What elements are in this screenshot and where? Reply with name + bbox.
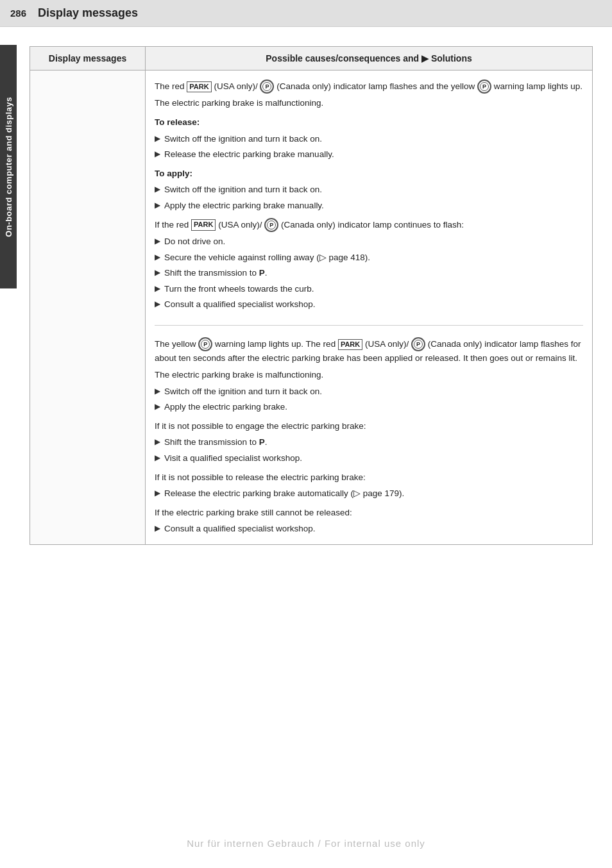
to-release-label: To release: [155, 115, 583, 129]
bullet-arrow: ▶ [155, 183, 160, 196]
bullet-arrow: ▶ [155, 522, 160, 535]
page-title: Display messages [38, 6, 138, 20]
section2-mid2: If it is not possible to release the ele… [155, 471, 583, 485]
section-2: The yellow P warning lamp lights up. The… [155, 337, 583, 536]
section1-intro: The red PARK (USA only)/ P (Canada only)… [155, 79, 583, 94]
bullet-item: ▶ Turn the front wheels towards the curb… [155, 282, 583, 296]
bullet-item: ▶ Switch off the ignition and turn it ba… [155, 183, 583, 197]
section2-line2: The electric parking brake is malfunctio… [155, 368, 583, 382]
bullet-item: ▶ Switch off the ignition and turn it ba… [155, 132, 583, 146]
bullet-text: Consult a qualified specialist workshop. [164, 297, 316, 312]
section1-midtext: If the red PARK (USA only)/ P (Canada on… [155, 218, 583, 232]
page-number: 286 [10, 8, 26, 19]
main-content: Display messages Possible causes/consequ… [17, 27, 612, 558]
bullet-item: ▶ Visit a qualified specialist workshop. [155, 451, 583, 465]
bullet-text: Consult a qualified specialist workshop. [164, 522, 316, 536]
p-badge-1: P [260, 79, 274, 94]
bullet-item: ▶ Do not drive on. [155, 235, 583, 249]
bullet-arrow: ▶ [155, 267, 160, 279]
section2-intro: The yellow P warning lamp lights up. The… [155, 337, 583, 365]
col1-header: Display messages [30, 47, 146, 71]
bullet-arrow: ▶ [155, 436, 160, 448]
bullet-arrow: ▶ [155, 148, 160, 160]
bullet-item: ▶ Release the electric parking brake man… [155, 147, 583, 162]
bullet-item: ▶ Consult a qualified specialist worksho… [155, 522, 583, 536]
p-badge-4-inner: P [201, 340, 210, 349]
section2-mid1: If it is not possible to engage the elec… [155, 419, 583, 433]
bullet-text: Apply the electric parking brake manuall… [164, 199, 324, 213]
p-badge-2: P [477, 79, 491, 94]
bullet-item: ▶ Secure the vehicle against rolling awa… [155, 251, 583, 265]
bullet-arrow: ▶ [155, 251, 160, 263]
p-badge-3-inner: P [267, 221, 276, 230]
bullet-arrow: ▶ [155, 487, 160, 499]
bullet-text: Secure the vehicle against rolling away … [164, 251, 370, 265]
side-tab: On-board computer and displays [0, 45, 17, 288]
bullet-text: Visit a qualified specialist workshop. [164, 451, 302, 465]
bullet-item: ▶ Shift the transmission to P. [155, 266, 583, 280]
p-badge-4: P [198, 337, 212, 351]
bullet-item: ▶ Apply the electric parking brake. [155, 400, 583, 414]
bullet-item: ▶ Release the electric parking brake aut… [155, 487, 583, 501]
watermark-text: Nur für internen Gebrauch / For internal… [187, 838, 425, 849]
bullet-arrow: ▶ [155, 452, 160, 464]
bullet-text: Shift the transmission to P. [164, 435, 268, 449]
footer-watermark: Nur für internen Gebrauch / For internal… [0, 838, 612, 849]
p-badge-2-inner: P [480, 82, 489, 91]
bullet-text: Release the electric parking brake autom… [164, 487, 404, 501]
section2-mid3: If the electric parking brake still cann… [155, 506, 583, 520]
bullet-item: ▶ Apply the electric parking brake manua… [155, 199, 583, 213]
bullet-arrow: ▶ [155, 298, 160, 310]
bullet-item: ▶ Consult a qualified specialist worksho… [155, 297, 583, 312]
bullet-text: Turn the front wheels towards the curb. [164, 282, 314, 296]
p-badge-1-inner: P [262, 82, 271, 91]
p-badge-5: P [411, 337, 425, 351]
bullet-arrow: ▶ [155, 199, 160, 212]
section-1: The red PARK (USA only)/ P (Canada only)… [155, 79, 583, 326]
col2-header: Possible causes/consequences and ▶ Solut… [146, 47, 593, 71]
bullet-text: Apply the electric parking brake. [164, 400, 287, 414]
park-badge-1: PARK [187, 81, 211, 92]
bullet-arrow: ▶ [155, 133, 160, 145]
park-badge-2: PARK [191, 219, 216, 230]
bullet-text: Switch off the ignition and turn it back… [164, 183, 322, 197]
bullet-arrow: ▶ [155, 385, 160, 397]
table-row: The red PARK (USA only)/ P (Canada only)… [30, 71, 593, 545]
doc-table: Display messages Possible causes/consequ… [30, 46, 593, 545]
p-badge-3: P [264, 218, 278, 232]
bullet-item: ▶ Switch off the ignition and turn it ba… [155, 385, 583, 399]
bullet-text: Release the electric parking brake manua… [164, 147, 334, 162]
bullet-arrow: ▶ [155, 235, 160, 247]
bullet-text: Shift the transmission to P. [164, 266, 268, 280]
side-tab-label: On-board computer and displays [4, 97, 13, 237]
bullet-text: Switch off the ignition and turn it back… [164, 132, 322, 146]
p-badge-5-inner: P [414, 340, 423, 349]
page-header: 286 Display messages [0, 0, 612, 27]
bullet-arrow: ▶ [155, 401, 160, 413]
section1-line2: The electric parking brake is malfunctio… [155, 96, 583, 110]
right-cell: The red PARK (USA only)/ P (Canada only)… [146, 71, 593, 545]
bullet-text: Switch off the ignition and turn it back… [164, 385, 322, 399]
bullet-item: ▶ Shift the transmission to P. [155, 435, 583, 449]
bullet-arrow: ▶ [155, 283, 160, 295]
to-apply-label: To apply: [155, 167, 583, 181]
park-badge-3: PARK [338, 339, 362, 350]
bullet-text: Do not drive on. [164, 235, 225, 249]
left-cell [30, 71, 146, 545]
